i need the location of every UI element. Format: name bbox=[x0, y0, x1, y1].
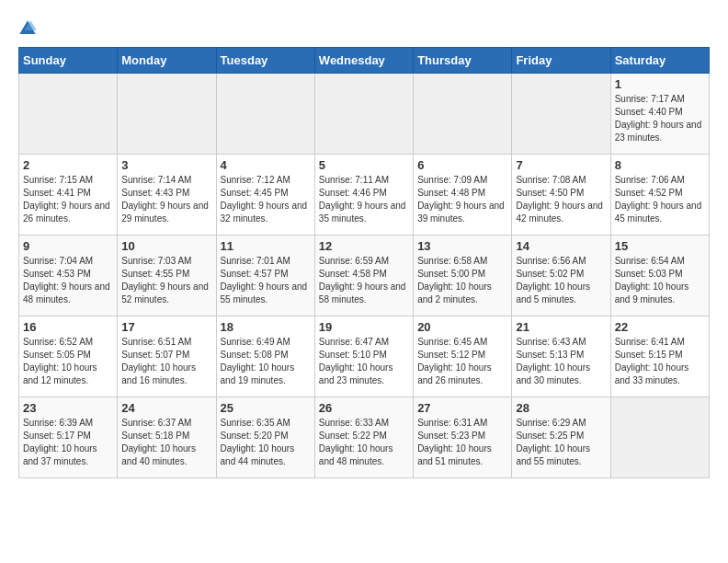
day-info: Sunrise: 6:54 AM Sunset: 5:03 PM Dayligh… bbox=[615, 255, 705, 306]
day-info: Sunrise: 6:51 AM Sunset: 5:07 PM Dayligh… bbox=[121, 336, 211, 387]
calendar-cell: 17Sunrise: 6:51 AM Sunset: 5:07 PM Dayli… bbox=[118, 316, 216, 397]
calendar-cell: 2Sunrise: 7:15 AM Sunset: 4:41 PM Daylig… bbox=[19, 155, 118, 236]
day-info: Sunrise: 7:17 AM Sunset: 4:40 PM Dayligh… bbox=[615, 93, 705, 144]
week-row-1: 1Sunrise: 7:17 AM Sunset: 4:40 PM Daylig… bbox=[19, 74, 710, 155]
day-number: 19 bbox=[319, 320, 409, 334]
weekday-header-monday: Monday bbox=[118, 48, 216, 74]
day-info: Sunrise: 6:49 AM Sunset: 5:08 PM Dayligh… bbox=[221, 336, 311, 387]
day-info: Sunrise: 7:12 AM Sunset: 4:45 PM Dayligh… bbox=[221, 174, 311, 225]
logo bbox=[18, 18, 40, 38]
day-info: Sunrise: 6:45 AM Sunset: 5:12 PM Dayligh… bbox=[417, 336, 507, 387]
weekday-header-saturday: Saturday bbox=[610, 48, 709, 74]
calendar-cell: 26Sunrise: 6:33 AM Sunset: 5:22 PM Dayli… bbox=[314, 397, 413, 478]
day-number: 5 bbox=[319, 158, 409, 172]
calendar-cell: 1Sunrise: 7:17 AM Sunset: 4:40 PM Daylig… bbox=[610, 74, 709, 155]
calendar-cell: 28Sunrise: 6:29 AM Sunset: 5:25 PM Dayli… bbox=[512, 397, 610, 478]
weekday-header-friday: Friday bbox=[512, 48, 610, 74]
day-number: 7 bbox=[516, 158, 606, 172]
day-info: Sunrise: 7:01 AM Sunset: 4:57 PM Dayligh… bbox=[221, 255, 311, 306]
day-number: 22 bbox=[615, 320, 705, 334]
day-info: Sunrise: 6:35 AM Sunset: 5:20 PM Dayligh… bbox=[221, 417, 311, 468]
day-info: Sunrise: 6:59 AM Sunset: 4:58 PM Dayligh… bbox=[319, 255, 409, 306]
day-info: Sunrise: 6:52 AM Sunset: 5:05 PM Dayligh… bbox=[23, 336, 113, 387]
calendar-cell: 9Sunrise: 7:04 AM Sunset: 4:53 PM Daylig… bbox=[19, 236, 118, 316]
week-row-4: 16Sunrise: 6:52 AM Sunset: 5:05 PM Dayli… bbox=[19, 316, 710, 397]
day-number: 16 bbox=[23, 320, 113, 334]
calendar-cell: 13Sunrise: 6:58 AM Sunset: 5:00 PM Dayli… bbox=[414, 236, 512, 316]
calendar-cell: 3Sunrise: 7:14 AM Sunset: 4:43 PM Daylig… bbox=[118, 155, 216, 236]
calendar-table: SundayMondayTuesdayWednesdayThursdayFrid… bbox=[18, 47, 710, 478]
day-info: Sunrise: 6:39 AM Sunset: 5:17 PM Dayligh… bbox=[23, 417, 113, 468]
calendar-cell: 14Sunrise: 6:56 AM Sunset: 5:02 PM Dayli… bbox=[512, 236, 610, 316]
calendar-cell: 27Sunrise: 6:31 AM Sunset: 5:23 PM Dayli… bbox=[414, 397, 512, 478]
day-number: 13 bbox=[417, 239, 507, 253]
day-number: 17 bbox=[121, 320, 211, 334]
calendar-cell: 22Sunrise: 6:41 AM Sunset: 5:15 PM Dayli… bbox=[610, 316, 709, 397]
calendar-cell: 4Sunrise: 7:12 AM Sunset: 4:45 PM Daylig… bbox=[216, 155, 314, 236]
week-row-3: 9Sunrise: 7:04 AM Sunset: 4:53 PM Daylig… bbox=[19, 236, 710, 316]
day-info: Sunrise: 7:03 AM Sunset: 4:55 PM Dayligh… bbox=[121, 255, 211, 306]
calendar-cell: 15Sunrise: 6:54 AM Sunset: 5:03 PM Dayli… bbox=[610, 236, 709, 316]
day-number: 11 bbox=[221, 239, 311, 253]
day-number: 26 bbox=[319, 401, 409, 415]
weekday-header-sunday: Sunday bbox=[19, 48, 118, 74]
day-info: Sunrise: 6:33 AM Sunset: 5:22 PM Dayligh… bbox=[319, 417, 409, 468]
day-number: 10 bbox=[121, 239, 211, 253]
calendar-cell: 20Sunrise: 6:45 AM Sunset: 5:12 PM Dayli… bbox=[414, 316, 512, 397]
day-info: Sunrise: 7:06 AM Sunset: 4:52 PM Dayligh… bbox=[615, 174, 705, 225]
calendar-cell: 8Sunrise: 7:06 AM Sunset: 4:52 PM Daylig… bbox=[610, 155, 709, 236]
calendar-cell bbox=[512, 74, 610, 155]
day-number: 20 bbox=[417, 320, 507, 334]
calendar-cell: 23Sunrise: 6:39 AM Sunset: 5:17 PM Dayli… bbox=[19, 397, 118, 478]
weekday-header-tuesday: Tuesday bbox=[216, 48, 314, 74]
day-number: 2 bbox=[23, 158, 113, 172]
day-number: 12 bbox=[319, 239, 409, 253]
day-number: 21 bbox=[516, 320, 606, 334]
day-info: Sunrise: 6:41 AM Sunset: 5:15 PM Dayligh… bbox=[615, 336, 705, 387]
day-number: 28 bbox=[516, 401, 606, 415]
calendar-cell: 16Sunrise: 6:52 AM Sunset: 5:05 PM Dayli… bbox=[19, 316, 118, 397]
day-info: Sunrise: 6:56 AM Sunset: 5:02 PM Dayligh… bbox=[516, 255, 606, 306]
day-number: 9 bbox=[23, 239, 113, 253]
day-number: 1 bbox=[615, 77, 705, 91]
day-info: Sunrise: 7:04 AM Sunset: 4:53 PM Dayligh… bbox=[23, 255, 113, 306]
calendar-cell: 19Sunrise: 6:47 AM Sunset: 5:10 PM Dayli… bbox=[314, 316, 413, 397]
calendar-cell bbox=[118, 74, 216, 155]
day-number: 4 bbox=[221, 158, 311, 172]
day-number: 6 bbox=[417, 158, 507, 172]
week-row-5: 23Sunrise: 6:39 AM Sunset: 5:17 PM Dayli… bbox=[19, 397, 710, 478]
day-info: Sunrise: 7:11 AM Sunset: 4:46 PM Dayligh… bbox=[319, 174, 409, 225]
day-number: 8 bbox=[615, 158, 705, 172]
day-number: 18 bbox=[221, 320, 311, 334]
calendar-cell: 5Sunrise: 7:11 AM Sunset: 4:46 PM Daylig… bbox=[314, 155, 413, 236]
calendar-cell: 6Sunrise: 7:09 AM Sunset: 4:48 PM Daylig… bbox=[414, 155, 512, 236]
calendar-cell: 10Sunrise: 7:03 AM Sunset: 4:55 PM Dayli… bbox=[118, 236, 216, 316]
day-number: 27 bbox=[417, 401, 507, 415]
calendar-cell: 7Sunrise: 7:08 AM Sunset: 4:50 PM Daylig… bbox=[512, 155, 610, 236]
day-info: Sunrise: 6:47 AM Sunset: 5:10 PM Dayligh… bbox=[319, 336, 409, 387]
calendar-cell bbox=[314, 74, 413, 155]
weekday-header-thursday: Thursday bbox=[414, 48, 512, 74]
day-number: 15 bbox=[615, 239, 705, 253]
calendar-cell bbox=[414, 74, 512, 155]
day-info: Sunrise: 7:08 AM Sunset: 4:50 PM Dayligh… bbox=[516, 174, 606, 225]
day-info: Sunrise: 7:14 AM Sunset: 4:43 PM Dayligh… bbox=[121, 174, 211, 225]
calendar-cell: 18Sunrise: 6:49 AM Sunset: 5:08 PM Dayli… bbox=[216, 316, 314, 397]
day-number: 14 bbox=[516, 239, 606, 253]
logo-icon bbox=[18, 19, 37, 38]
day-info: Sunrise: 6:37 AM Sunset: 5:18 PM Dayligh… bbox=[121, 417, 211, 468]
day-info: Sunrise: 7:15 AM Sunset: 4:41 PM Dayligh… bbox=[23, 174, 113, 225]
calendar-cell bbox=[19, 74, 118, 155]
day-info: Sunrise: 6:31 AM Sunset: 5:23 PM Dayligh… bbox=[417, 417, 507, 468]
calendar-cell bbox=[216, 74, 314, 155]
calendar-cell bbox=[610, 397, 709, 478]
week-row-2: 2Sunrise: 7:15 AM Sunset: 4:41 PM Daylig… bbox=[19, 155, 710, 236]
day-info: Sunrise: 7:09 AM Sunset: 4:48 PM Dayligh… bbox=[417, 174, 507, 225]
calendar-cell: 24Sunrise: 6:37 AM Sunset: 5:18 PM Dayli… bbox=[118, 397, 216, 478]
day-number: 3 bbox=[121, 158, 211, 172]
calendar-cell: 21Sunrise: 6:43 AM Sunset: 5:13 PM Dayli… bbox=[512, 316, 610, 397]
calendar-cell: 11Sunrise: 7:01 AM Sunset: 4:57 PM Dayli… bbox=[216, 236, 314, 316]
day-number: 25 bbox=[221, 401, 311, 415]
day-info: Sunrise: 6:58 AM Sunset: 5:00 PM Dayligh… bbox=[417, 255, 507, 306]
calendar-cell: 12Sunrise: 6:59 AM Sunset: 4:58 PM Dayli… bbox=[314, 236, 413, 316]
